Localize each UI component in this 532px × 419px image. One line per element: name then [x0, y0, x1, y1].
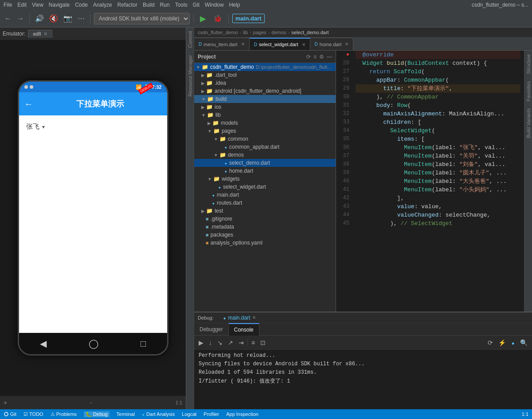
menu-navigate[interactable]: Navigate: [49, 2, 70, 8]
debug-step-into-btn[interactable]: ↘: [215, 338, 224, 347]
structure-tab[interactable]: Structure: [525, 51, 532, 78]
tree-models[interactable]: ▶ 📁 models: [194, 119, 336, 127]
debug-breakpoints-btn[interactable]: ⊡: [258, 338, 267, 347]
menu-build[interactable]: Build: [143, 2, 155, 8]
tree-common[interactable]: ▼ 📁 common: [194, 135, 336, 143]
back-button[interactable]: ←: [3, 14, 13, 24]
tree-close-btn[interactable]: —: [327, 54, 332, 60]
menu-run[interactable]: Run: [160, 2, 170, 8]
tree-routes-dart[interactable]: ⬥ routes.dart: [194, 199, 336, 207]
tree-pages[interactable]: ▼ 📁 pages: [194, 127, 336, 135]
tree-lib[interactable]: ▼ 📁 lib: [194, 111, 336, 119]
tree-ios[interactable]: ▶ 📁 ios: [194, 103, 336, 111]
debug-restart-btn[interactable]: ⟳: [486, 338, 495, 347]
tree-common-appbar[interactable]: ⬥ common_appbar.dart: [194, 143, 336, 151]
tree-collapse-btn[interactable]: ≡: [313, 54, 317, 60]
menu-code[interactable]: Code: [75, 2, 88, 8]
menu-view[interactable]: View: [32, 2, 43, 8]
status-line-col[interactable]: 1:1: [522, 411, 528, 417]
tree-gitignore[interactable]: ■ .gitignore: [194, 215, 336, 223]
nav-home-btn[interactable]: ◯: [89, 338, 98, 349]
tree-metadata[interactable]: ■ .metadata: [194, 223, 336, 231]
menu-git[interactable]: Git: [193, 2, 200, 8]
tab-close-2[interactable]: ✕: [302, 42, 305, 47]
tree-sync-btn[interactable]: ⟳: [306, 54, 311, 60]
tree-dart-tool[interactable]: ▶ 📁 .dart_tool: [194, 71, 336, 79]
mute-button[interactable]: 🔇: [47, 13, 60, 24]
breadcrumb-root[interactable]: csdn_flutter_demo: [198, 30, 238, 35]
tree-home-dart[interactable]: ⬥ home.dart: [194, 167, 336, 175]
menu-refactor[interactable]: Refactor: [117, 2, 137, 8]
commit-tab[interactable]: Commit: [187, 28, 194, 51]
more-button[interactable]: ⋯: [76, 13, 86, 24]
status-debug[interactable]: 🐛 Debug: [84, 411, 109, 417]
tab-console[interactable]: Console: [229, 323, 259, 336]
tree-analysis-options[interactable]: ■ analysis_options.yaml: [194, 239, 336, 247]
tab-select-widget-dart[interactable]: D select_widget.dart ✕: [250, 38, 310, 50]
tree-select-demo[interactable]: ⬥ select_demo.dart: [194, 159, 336, 167]
menu-tools[interactable]: Tools: [175, 2, 188, 8]
tree-root[interactable]: ▼ 📁 csdn_flutter_demo D:\project\flutter…: [194, 63, 336, 71]
emulator-tab[interactable]: ad8 ✕: [28, 30, 52, 38]
status-todo[interactable]: ☑ TODO: [23, 411, 43, 417]
nav-back-btn[interactable]: ◀: [40, 338, 47, 349]
tab-menu-item-dart[interactable]: D menu_item.dart ✕: [194, 38, 250, 50]
breadcrumb-demos[interactable]: demos: [272, 30, 286, 35]
tab-home-dart[interactable]: D home.dart ✕: [310, 38, 354, 50]
menu-analyze[interactable]: Analyze: [93, 2, 112, 8]
status-problems[interactable]: ⚠ Problems: [51, 411, 77, 417]
status-app-inspection[interactable]: App Inspection: [226, 411, 258, 417]
run-button[interactable]: ▶: [197, 13, 209, 24]
tree-select-widget[interactable]: ⬥ select_widget.dart: [194, 183, 336, 191]
debug-file-tab-close[interactable]: ✕: [252, 315, 256, 320]
emulator-tab-close[interactable]: ✕: [43, 31, 47, 36]
debug-run-to-cursor-btn[interactable]: ⇥: [237, 338, 246, 347]
tree-demos[interactable]: ▼ 📁 demos: [194, 151, 336, 159]
nav-recent-btn[interactable]: □: [141, 339, 146, 349]
debug-settings-btn[interactable]: 🔍: [518, 338, 529, 347]
device-selector[interactable]: Android SDK built for x86 (mobile): [94, 13, 190, 24]
code-area[interactable]: ● 26 27 28 29 30 31 32 33 34 35 36: [336, 51, 524, 312]
debug-flutter-btn[interactable]: ⬥: [509, 338, 516, 347]
debug-step-out-btn[interactable]: ↗: [226, 338, 235, 347]
dropdown-row[interactable]: 张飞 ▾: [26, 123, 160, 131]
phone-back-arrow[interactable]: ←: [24, 99, 33, 109]
resource-manager-tab[interactable]: Resource Manager: [187, 51, 194, 100]
breadcrumb-pages[interactable]: pages: [253, 30, 266, 35]
debug-button[interactable]: 🐞: [211, 13, 225, 24]
debug-file-tab-main[interactable]: ⬥ main.dart ✕: [219, 315, 260, 321]
tab-debugger[interactable]: Debugger: [194, 323, 229, 336]
menu-edit[interactable]: Edit: [17, 2, 27, 8]
breadcrumb-file[interactable]: select_demo.dart: [291, 30, 329, 35]
debug-resume-btn[interactable]: ▶: [197, 338, 205, 347]
menu-file[interactable]: File: [4, 2, 12, 8]
status-dart-analysis[interactable]: ⬥ Dart Analysis: [142, 411, 175, 417]
breadcrumb-lib[interactable]: lib: [243, 30, 248, 35]
status-profiler[interactable]: Profiler: [203, 411, 219, 417]
status-terminal[interactable]: Terminal: [117, 411, 135, 417]
volume-button[interactable]: 🔊: [33, 13, 46, 24]
tree-test[interactable]: ▶ 📁 test: [194, 207, 336, 215]
flutter-main-label[interactable]: main.dart: [232, 14, 265, 23]
tab-close-3[interactable]: ✕: [345, 42, 348, 47]
favorites-tab[interactable]: Favorites: [525, 78, 532, 105]
status-git[interactable]: Git: [4, 411, 16, 417]
forward-button[interactable]: →: [15, 14, 26, 24]
emulator-settings-btn[interactable]: -: [90, 399, 93, 406]
build-variants-tab[interactable]: Build Variants: [525, 105, 532, 142]
tab-close-1[interactable]: ✕: [241, 42, 245, 47]
tree-gear-btn[interactable]: ⚙: [319, 54, 324, 60]
tree-packages[interactable]: ■ packages: [194, 231, 336, 239]
debug-step-over-btn[interactable]: ↓: [207, 338, 214, 347]
tree-idea[interactable]: ▶ 📁 .idea: [194, 79, 336, 87]
menu-window[interactable]: Window: [205, 2, 224, 8]
tree-main-dart[interactable]: ⬥ main.dart: [194, 191, 336, 199]
status-logcat[interactable]: Logcat: [182, 411, 196, 417]
camera-button[interactable]: 📷: [62, 13, 74, 24]
debug-hot-reload-btn[interactable]: ⚡: [497, 338, 508, 347]
tree-widgets[interactable]: ▼ 📁 widgets: [194, 175, 336, 183]
menu-help[interactable]: Help: [229, 2, 240, 8]
emulator-add-btn[interactable]: +: [4, 399, 7, 406]
tree-build[interactable]: ▼ 📁 build: [194, 95, 336, 103]
debug-evaluate-btn[interactable]: ≡: [250, 338, 257, 347]
